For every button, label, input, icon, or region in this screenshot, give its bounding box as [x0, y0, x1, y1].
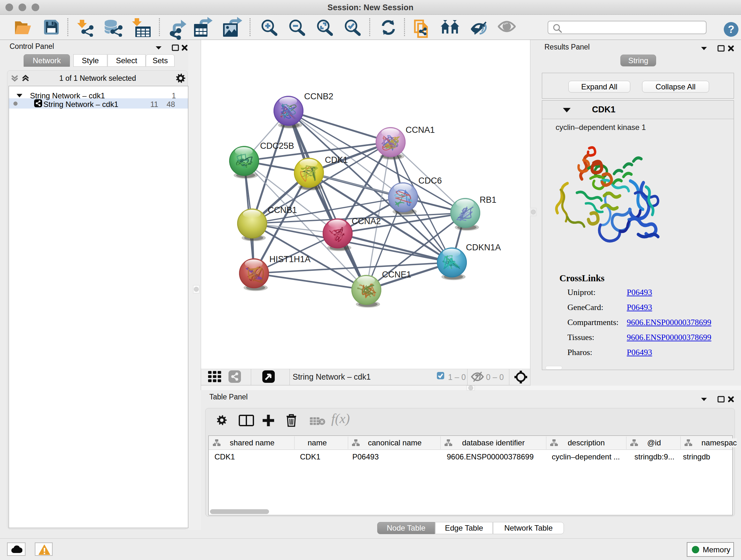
- svg-text:CCNB1: CCNB1: [268, 205, 297, 215]
- svg-text:CCNB2: CCNB2: [304, 91, 333, 101]
- svg-text:CCNA2: CCNA2: [352, 216, 381, 226]
- svg-text:CDKN1A: CDKN1A: [466, 243, 501, 252]
- svg-text:CDK1: CDK1: [325, 155, 348, 165]
- svg-text:?: ?: [728, 23, 734, 35]
- svg-text:CDC6: CDC6: [418, 176, 442, 186]
- svg-text:CCNA1: CCNA1: [406, 125, 435, 135]
- svg-text:HIST1H1A: HIST1H1A: [269, 254, 311, 264]
- svg-text:RB1: RB1: [480, 195, 496, 205]
- svg-text:CCNE1: CCNE1: [382, 270, 411, 279]
- svg-text:CDC25B: CDC25B: [260, 141, 294, 151]
